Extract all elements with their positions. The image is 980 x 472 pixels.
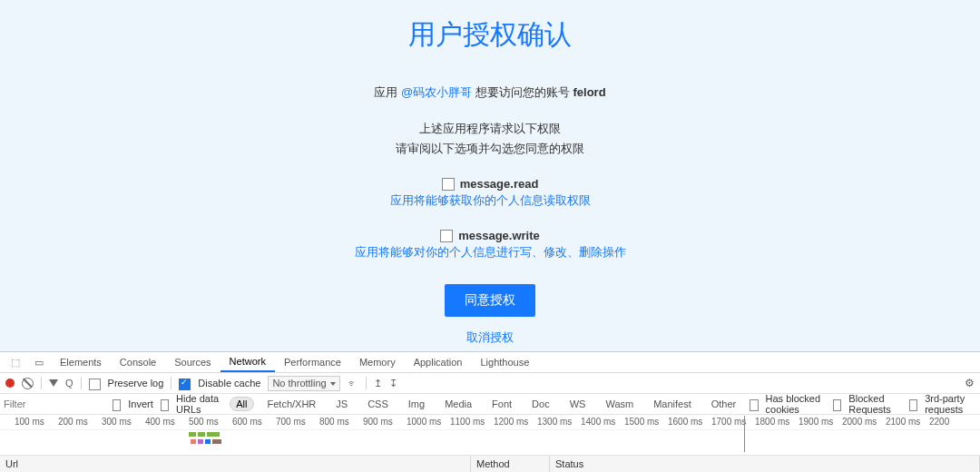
- timeline-bar: [207, 432, 220, 437]
- type-fetch[interactable]: Fetch/XHR: [261, 397, 323, 411]
- type-font[interactable]: Font: [485, 397, 518, 411]
- devtools-tabs: ⬚ ▭ Elements Console Sources Network Per…: [0, 352, 980, 373]
- download-icon[interactable]: ↧: [389, 378, 397, 389]
- tab-sources[interactable]: Sources: [165, 352, 220, 372]
- cancel-link[interactable]: 取消授权: [0, 329, 980, 346]
- timeline[interactable]: 100 ms200 ms300 ms400 ms500 ms600 ms700 …: [0, 415, 980, 456]
- page-title: 用户授权确认: [0, 16, 980, 54]
- checkbox-blocked-requests[interactable]: [833, 399, 841, 411]
- info-line-1: 上述应用程序请求以下权限: [0, 121, 980, 137]
- type-all[interactable]: All: [230, 397, 253, 411]
- tab-network[interactable]: Network: [220, 352, 275, 372]
- scope-desc: 应用将能够获取你的个人信息读取权限: [0, 192, 980, 209]
- settings-icon[interactable]: ⚙: [965, 377, 975, 389]
- text: 想要访问您的账号: [475, 85, 573, 99]
- separator: [366, 377, 367, 389]
- app-link[interactable]: @码农小胖哥: [401, 85, 472, 99]
- checkbox-message-write[interactable]: [440, 230, 453, 242]
- blocked-cookies-label: Has blocked cookies: [766, 393, 827, 415]
- timeline-bar: [191, 439, 196, 444]
- third-party-label: 3rd-party requests: [925, 393, 978, 415]
- timeline-bar: [212, 439, 221, 444]
- disable-cache-label: Disable cache: [198, 378, 260, 388]
- preserve-log-label: Preserve log: [108, 378, 164, 388]
- checkbox-hide-data-urls[interactable]: [161, 399, 169, 411]
- separator: [171, 377, 172, 389]
- checkbox-preserve-log[interactable]: [89, 379, 101, 390]
- tab-lighthouse[interactable]: Lighthouse: [471, 352, 538, 372]
- invert-label: Invert: [128, 398, 153, 409]
- col-url[interactable]: Url: [0, 456, 471, 472]
- type-manifest[interactable]: Manifest: [647, 397, 698, 411]
- checkbox-third-party[interactable]: [909, 399, 917, 411]
- tab-performance[interactable]: Performance: [275, 352, 350, 372]
- separator: [41, 377, 42, 389]
- record-icon[interactable]: [5, 379, 15, 388]
- network-toolbar: Q Preserve log Disable cache No throttli…: [0, 373, 980, 394]
- upload-icon[interactable]: ↥: [374, 378, 382, 389]
- devtools-panel: ⬚ ▭ Elements Console Sources Network Per…: [0, 351, 980, 472]
- timeline-ticks: 100 ms200 ms300 ms400 ms500 ms600 ms700 …: [0, 415, 980, 427]
- inspect-icon[interactable]: ⬚: [4, 357, 27, 369]
- timeline-bar: [198, 439, 203, 444]
- request-table: Url Method Status http://localhost:9000/…: [0, 456, 980, 472]
- account-name: felord: [573, 85, 605, 99]
- tab-memory[interactable]: Memory: [350, 352, 405, 372]
- table-header: Url Method Status: [0, 456, 980, 472]
- timeline-bar: [189, 432, 196, 437]
- text: 应用: [374, 85, 401, 99]
- blocked-requests-label: Blocked Requests: [848, 393, 902, 415]
- checkbox-disable-cache[interactable]: [179, 379, 191, 390]
- search-icon[interactable]: Q: [65, 378, 74, 388]
- tab-console[interactable]: Console: [111, 352, 165, 372]
- throttling-select[interactable]: No throttling: [268, 376, 339, 391]
- checkbox-invert[interactable]: [113, 399, 121, 411]
- type-doc[interactable]: Doc: [525, 397, 556, 411]
- type-css[interactable]: CSS: [361, 397, 395, 411]
- col-status[interactable]: Status: [550, 456, 980, 472]
- device-icon[interactable]: ▭: [27, 357, 51, 369]
- scope-name: message.write: [458, 229, 540, 242]
- type-js[interactable]: JS: [329, 397, 354, 411]
- type-media[interactable]: Media: [438, 397, 478, 411]
- scope-name: message.read: [460, 177, 539, 191]
- filter-input[interactable]: [2, 397, 105, 411]
- request-line: 应用 @码农小胖哥 想要访问您的账号 felord: [0, 84, 980, 101]
- checkbox-message-read[interactable]: [442, 178, 455, 191]
- timeline-cursor: [744, 416, 745, 452]
- scope-block: message.read 应用将能够获取你的个人信息读取权限: [0, 177, 980, 209]
- hide-data-label: Hide data URLs: [176, 393, 222, 415]
- scope-block: message.write 应用将能够对你的个人信息进行写、修改、删除操作: [0, 229, 980, 261]
- timeline-bar: [198, 432, 205, 437]
- type-wasm[interactable]: Wasm: [599, 397, 640, 411]
- type-ws[interactable]: WS: [564, 397, 593, 411]
- tab-elements[interactable]: Elements: [51, 352, 111, 372]
- filter-icon[interactable]: [49, 379, 58, 387]
- info-line-2: 请审阅以下选项并勾选您同意的权限: [0, 141, 980, 157]
- checkbox-blocked-cookies[interactable]: [750, 399, 758, 411]
- filter-bar: Invert Hide data URLs All Fetch/XHR JS C…: [0, 394, 980, 415]
- scope-desc: 应用将能够对你的个人信息进行写、修改、删除操作: [0, 244, 980, 261]
- submit-button[interactable]: 同意授权: [445, 284, 535, 317]
- type-img[interactable]: Img: [402, 397, 431, 411]
- type-other[interactable]: Other: [705, 397, 743, 411]
- tab-application[interactable]: Application: [405, 352, 472, 372]
- timeline-bar: [205, 439, 211, 444]
- separator: [81, 377, 82, 389]
- clear-icon[interactable]: [22, 378, 34, 389]
- col-method[interactable]: Method: [471, 456, 550, 472]
- consent-page: 用户授权确认 应用 @码农小胖哥 想要访问您的账号 felord 上述应用程序请…: [0, 0, 980, 351]
- wifi-icon[interactable]: ᯤ: [348, 378, 358, 388]
